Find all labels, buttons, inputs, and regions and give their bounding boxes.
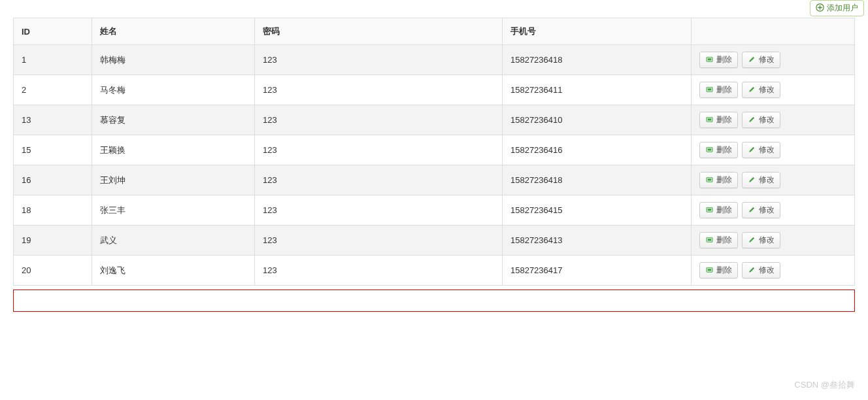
edit-button[interactable]: 修改 <box>742 112 780 128</box>
cell-actions: 删除修改 <box>692 135 855 165</box>
cell-actions: 删除修改 <box>692 195 855 225</box>
pencil-icon <box>748 145 756 156</box>
cell-id: 1 <box>14 45 92 75</box>
plus-circle-icon <box>816 3 824 14</box>
add-user-label: 添加用户 <box>827 3 858 14</box>
cell-name: 张三丰 <box>92 195 254 225</box>
edit-button[interactable]: 修改 <box>742 262 780 278</box>
delete-label: 删除 <box>716 205 732 216</box>
delete-label: 删除 <box>716 235 732 246</box>
pencil-icon <box>748 115 756 125</box>
table-row: 20刘逸飞12315827236417删除修改 <box>14 256 855 286</box>
delete-button[interactable]: 删除 <box>699 262 738 278</box>
table-row: 1韩梅梅12315827236418删除修改 <box>14 45 855 75</box>
delete-icon <box>705 85 714 95</box>
cell-password: 123 <box>255 256 503 286</box>
cell-actions: 删除修改 <box>692 225 855 256</box>
edit-label: 修改 <box>759 235 775 246</box>
pencil-icon <box>748 85 756 95</box>
table-row: 16王刘坤12315827236418删除修改 <box>14 165 855 195</box>
delete-label: 删除 <box>716 54 732 65</box>
svg-rect-2 <box>708 58 712 60</box>
table-row: 2马冬梅12315827236411删除修改 <box>14 75 855 105</box>
th-id: ID <box>14 18 92 45</box>
cell-password: 123 <box>255 105 503 135</box>
edit-button[interactable]: 修改 <box>742 172 780 188</box>
edit-label: 修改 <box>759 54 775 65</box>
cell-password: 123 <box>255 165 503 195</box>
pencil-icon <box>748 235 756 246</box>
th-password: 密码 <box>255 18 503 45</box>
cell-phone: 15827236415 <box>502 195 691 225</box>
table-row: 13慕容复12315827236410删除修改 <box>14 105 855 135</box>
edit-label: 修改 <box>759 265 775 276</box>
cell-phone: 15827236417 <box>502 256 691 286</box>
cell-id: 20 <box>14 256 92 286</box>
cell-password: 123 <box>255 75 503 105</box>
cell-name: 韩梅梅 <box>92 45 254 75</box>
cell-password: 123 <box>255 195 503 225</box>
cell-id: 15 <box>14 135 92 165</box>
delete-label: 删除 <box>716 114 732 125</box>
cell-phone: 15827236418 <box>502 45 691 75</box>
cell-password: 123 <box>255 45 503 75</box>
delete-icon <box>705 115 714 125</box>
cell-phone: 15827236418 <box>502 165 691 195</box>
delete-button[interactable]: 删除 <box>699 202 738 218</box>
delete-icon <box>705 205 714 216</box>
edit-button[interactable]: 修改 <box>742 202 780 218</box>
svg-rect-16 <box>708 269 712 271</box>
cell-name: 王颖换 <box>92 135 254 165</box>
delete-label: 删除 <box>716 144 732 156</box>
cell-actions: 删除修改 <box>692 75 855 105</box>
cell-name: 刘逸飞 <box>92 256 254 286</box>
pencil-icon <box>748 205 756 216</box>
cell-phone: 15827236411 <box>502 75 691 105</box>
cell-phone: 15827236413 <box>502 225 691 256</box>
cell-actions: 删除修改 <box>692 45 855 75</box>
cell-id: 2 <box>14 75 92 105</box>
delete-icon <box>705 175 714 186</box>
svg-rect-12 <box>708 208 712 210</box>
th-phone: 手机号 <box>502 18 691 45</box>
delete-button[interactable]: 删除 <box>699 172 738 188</box>
edit-label: 修改 <box>759 114 775 125</box>
cell-id: 13 <box>14 105 92 135</box>
edit-label: 修改 <box>759 175 775 186</box>
edit-button[interactable]: 修改 <box>742 52 780 68</box>
cell-id: 19 <box>14 225 92 256</box>
user-table: ID 姓名 密码 手机号 1韩梅梅12315827236418删除修改2马冬梅1… <box>13 18 855 286</box>
th-actions <box>692 18 855 45</box>
pencil-icon <box>748 55 756 65</box>
delete-button[interactable]: 删除 <box>699 52 738 68</box>
svg-rect-6 <box>708 118 712 120</box>
cell-id: 16 <box>14 165 92 195</box>
delete-icon <box>705 55 714 65</box>
highlighted-empty-row <box>13 290 855 312</box>
delete-icon <box>705 145 714 156</box>
svg-rect-14 <box>708 239 712 241</box>
delete-button[interactable]: 删除 <box>699 82 738 98</box>
cell-actions: 删除修改 <box>692 256 855 286</box>
cell-phone: 15827236410 <box>502 105 691 135</box>
edit-label: 修改 <box>759 84 775 95</box>
cell-phone: 15827236416 <box>502 135 691 165</box>
delete-button[interactable]: 删除 <box>699 142 738 158</box>
edit-button[interactable]: 修改 <box>742 82 780 98</box>
delete-label: 删除 <box>716 175 732 186</box>
delete-icon <box>705 235 714 246</box>
svg-rect-10 <box>708 178 712 180</box>
edit-button[interactable]: 修改 <box>742 142 780 158</box>
cell-actions: 删除修改 <box>692 105 855 135</box>
pencil-icon <box>748 265 756 276</box>
delete-label: 删除 <box>716 265 732 276</box>
pencil-icon <box>748 175 756 186</box>
th-name: 姓名 <box>92 18 254 45</box>
delete-button[interactable]: 删除 <box>699 112 738 128</box>
cell-id: 18 <box>14 195 92 225</box>
edit-button[interactable]: 修改 <box>742 232 780 248</box>
cell-name: 慕容复 <box>92 105 254 135</box>
delete-button[interactable]: 删除 <box>699 232 738 248</box>
add-user-button[interactable]: 添加用户 <box>810 0 864 16</box>
cell-name: 王刘坤 <box>92 165 254 195</box>
